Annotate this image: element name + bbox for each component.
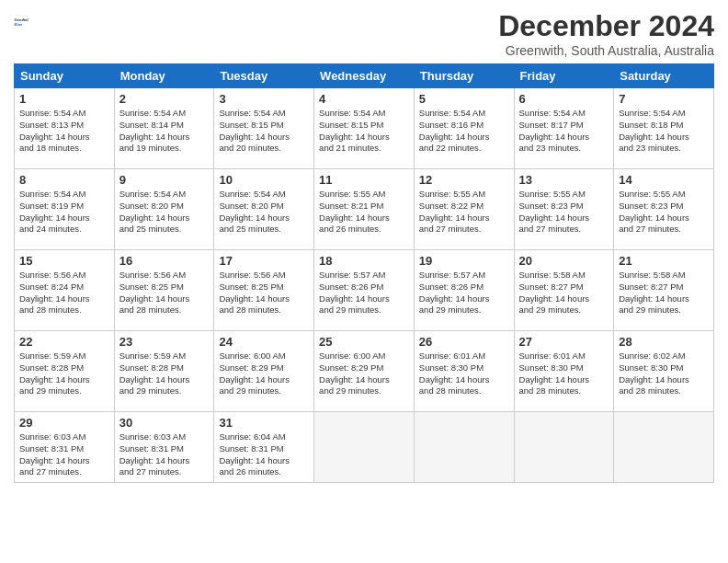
day-info: Sunrise: 5:54 AM Sunset: 8:15 PM Dayligh… bbox=[319, 108, 409, 155]
calendar-cell: 23Sunrise: 5:59 AM Sunset: 8:28 PM Dayli… bbox=[114, 331, 214, 412]
day-info: Sunrise: 5:55 AM Sunset: 8:23 PM Dayligh… bbox=[519, 189, 609, 236]
calendar-cell bbox=[314, 412, 415, 483]
day-info: Sunrise: 5:54 AM Sunset: 8:17 PM Dayligh… bbox=[519, 108, 609, 155]
day-info: Sunrise: 5:57 AM Sunset: 8:26 PM Dayligh… bbox=[419, 270, 509, 316]
header-monday: Monday bbox=[114, 64, 214, 88]
day-info: Sunrise: 5:56 AM Sunset: 8:25 PM Dayligh… bbox=[119, 270, 210, 316]
calendar-cell: 19Sunrise: 5:57 AM Sunset: 8:26 PM Dayli… bbox=[414, 250, 514, 331]
day-info: Sunrise: 6:01 AM Sunset: 8:30 PM Dayligh… bbox=[419, 350, 509, 397]
calendar-cell: 12Sunrise: 5:55 AM Sunset: 8:22 PM Dayli… bbox=[414, 169, 514, 250]
day-info: Sunrise: 5:57 AM Sunset: 8:26 PM Dayligh… bbox=[319, 270, 409, 316]
page-header: General Blue December 2024 Greenwith, So… bbox=[14, 9, 714, 58]
calendar-cell: 21Sunrise: 5:58 AM Sunset: 8:27 PM Dayli… bbox=[614, 250, 714, 331]
header-wednesday: Wednesday bbox=[314, 64, 415, 88]
week-row-3: 15Sunrise: 5:56 AM Sunset: 8:24 PM Dayli… bbox=[15, 250, 714, 331]
day-number: 14 bbox=[619, 173, 709, 187]
weekday-header-row: Sunday Monday Tuesday Wednesday Thursday… bbox=[15, 64, 714, 88]
day-number: 27 bbox=[519, 335, 609, 349]
day-info: Sunrise: 6:02 AM Sunset: 8:30 PM Dayligh… bbox=[619, 350, 709, 397]
day-info: Sunrise: 5:59 AM Sunset: 8:28 PM Dayligh… bbox=[119, 350, 210, 397]
calendar-cell bbox=[414, 412, 514, 483]
title-block: December 2024 Greenwith, South Australia… bbox=[498, 9, 714, 58]
calendar-cell: 31Sunrise: 6:04 AM Sunset: 8:31 PM Dayli… bbox=[214, 412, 314, 483]
day-number: 20 bbox=[519, 254, 609, 268]
day-number: 26 bbox=[419, 335, 509, 349]
day-number: 13 bbox=[519, 173, 609, 187]
day-number: 18 bbox=[319, 254, 409, 268]
day-number: 10 bbox=[219, 173, 309, 187]
calendar-cell: 9Sunrise: 5:54 AM Sunset: 8:20 PM Daylig… bbox=[114, 169, 214, 250]
day-info: Sunrise: 5:56 AM Sunset: 8:24 PM Dayligh… bbox=[19, 270, 109, 316]
calendar-table: Sunday Monday Tuesday Wednesday Thursday… bbox=[14, 63, 714, 483]
week-row-1: 1Sunrise: 5:54 AM Sunset: 8:13 PM Daylig… bbox=[15, 88, 714, 169]
calendar-cell: 11Sunrise: 5:55 AM Sunset: 8:21 PM Dayli… bbox=[314, 169, 415, 250]
day-info: Sunrise: 5:58 AM Sunset: 8:27 PM Dayligh… bbox=[619, 270, 709, 316]
day-number: 24 bbox=[219, 335, 309, 349]
day-number: 25 bbox=[319, 335, 409, 349]
calendar-cell: 2Sunrise: 5:54 AM Sunset: 8:14 PM Daylig… bbox=[114, 88, 214, 169]
day-number: 28 bbox=[619, 335, 709, 349]
calendar-cell: 20Sunrise: 5:58 AM Sunset: 8:27 PM Dayli… bbox=[514, 250, 614, 331]
calendar-cell: 7Sunrise: 5:54 AM Sunset: 8:18 PM Daylig… bbox=[614, 88, 714, 169]
calendar-cell: 5Sunrise: 5:54 AM Sunset: 8:16 PM Daylig… bbox=[414, 88, 514, 169]
day-number: 4 bbox=[319, 92, 409, 106]
header-friday: Friday bbox=[514, 64, 614, 88]
day-number: 16 bbox=[119, 254, 210, 268]
logo-icon: General Blue bbox=[14, 9, 40, 35]
day-info: Sunrise: 5:58 AM Sunset: 8:27 PM Dayligh… bbox=[519, 270, 609, 316]
calendar-cell bbox=[614, 412, 714, 483]
day-number: 11 bbox=[319, 173, 409, 187]
calendar-cell: 27Sunrise: 6:01 AM Sunset: 8:30 PM Dayli… bbox=[514, 331, 614, 412]
subtitle: Greenwith, South Australia, Australia bbox=[498, 43, 714, 58]
calendar-cell: 6Sunrise: 5:54 AM Sunset: 8:17 PM Daylig… bbox=[514, 88, 614, 169]
calendar-cell: 14Sunrise: 5:55 AM Sunset: 8:23 PM Dayli… bbox=[614, 169, 714, 250]
calendar-cell: 22Sunrise: 5:59 AM Sunset: 8:28 PM Dayli… bbox=[15, 331, 115, 412]
calendar-cell: 13Sunrise: 5:55 AM Sunset: 8:23 PM Dayli… bbox=[514, 169, 614, 250]
day-info: Sunrise: 5:54 AM Sunset: 8:20 PM Dayligh… bbox=[119, 189, 210, 236]
calendar-cell: 17Sunrise: 5:56 AM Sunset: 8:25 PM Dayli… bbox=[214, 250, 314, 331]
day-info: Sunrise: 5:54 AM Sunset: 8:13 PM Dayligh… bbox=[19, 108, 109, 155]
week-row-2: 8Sunrise: 5:54 AM Sunset: 8:19 PM Daylig… bbox=[15, 169, 714, 250]
day-info: Sunrise: 6:00 AM Sunset: 8:29 PM Dayligh… bbox=[319, 350, 409, 397]
day-number: 22 bbox=[19, 335, 109, 349]
day-number: 1 bbox=[19, 92, 109, 106]
day-number: 30 bbox=[119, 416, 210, 430]
day-number: 31 bbox=[219, 416, 309, 430]
day-info: Sunrise: 5:54 AM Sunset: 8:18 PM Dayligh… bbox=[619, 108, 709, 155]
calendar-cell: 30Sunrise: 6:03 AM Sunset: 8:31 PM Dayli… bbox=[114, 412, 214, 483]
day-info: Sunrise: 5:54 AM Sunset: 8:15 PM Dayligh… bbox=[219, 108, 309, 155]
day-number: 17 bbox=[219, 254, 309, 268]
calendar-cell: 29Sunrise: 6:03 AM Sunset: 8:31 PM Dayli… bbox=[15, 412, 115, 483]
day-info: Sunrise: 6:01 AM Sunset: 8:30 PM Dayligh… bbox=[519, 350, 609, 397]
week-row-5: 29Sunrise: 6:03 AM Sunset: 8:31 PM Dayli… bbox=[15, 412, 714, 483]
day-info: Sunrise: 5:54 AM Sunset: 8:19 PM Dayligh… bbox=[19, 189, 109, 236]
day-number: 12 bbox=[419, 173, 509, 187]
day-number: 23 bbox=[119, 335, 210, 349]
svg-text:Blue: Blue bbox=[15, 22, 23, 27]
calendar-cell: 24Sunrise: 6:00 AM Sunset: 8:29 PM Dayli… bbox=[214, 331, 314, 412]
day-info: Sunrise: 6:03 AM Sunset: 8:31 PM Dayligh… bbox=[19, 431, 109, 478]
day-info: Sunrise: 5:56 AM Sunset: 8:25 PM Dayligh… bbox=[219, 270, 309, 316]
day-number: 8 bbox=[19, 173, 109, 187]
day-number: 29 bbox=[19, 416, 109, 430]
week-row-4: 22Sunrise: 5:59 AM Sunset: 8:28 PM Dayli… bbox=[15, 331, 714, 412]
day-info: Sunrise: 5:54 AM Sunset: 8:14 PM Dayligh… bbox=[119, 108, 210, 155]
calendar-cell: 25Sunrise: 6:00 AM Sunset: 8:29 PM Dayli… bbox=[314, 331, 415, 412]
calendar-cell bbox=[514, 412, 614, 483]
day-info: Sunrise: 5:55 AM Sunset: 8:21 PM Dayligh… bbox=[319, 189, 409, 236]
day-info: Sunrise: 6:03 AM Sunset: 8:31 PM Dayligh… bbox=[119, 431, 210, 478]
day-number: 9 bbox=[119, 173, 210, 187]
day-number: 7 bbox=[619, 92, 709, 106]
day-info: Sunrise: 6:00 AM Sunset: 8:29 PM Dayligh… bbox=[219, 350, 309, 397]
calendar-cell: 16Sunrise: 5:56 AM Sunset: 8:25 PM Dayli… bbox=[114, 250, 214, 331]
day-number: 15 bbox=[19, 254, 109, 268]
day-number: 6 bbox=[519, 92, 609, 106]
day-number: 5 bbox=[419, 92, 509, 106]
day-number: 2 bbox=[119, 92, 210, 106]
header-thursday: Thursday bbox=[414, 64, 514, 88]
day-info: Sunrise: 5:55 AM Sunset: 8:23 PM Dayligh… bbox=[619, 189, 709, 236]
day-number: 3 bbox=[219, 92, 309, 106]
header-sunday: Sunday bbox=[15, 64, 115, 88]
calendar-cell: 1Sunrise: 5:54 AM Sunset: 8:13 PM Daylig… bbox=[15, 88, 115, 169]
calendar-cell: 15Sunrise: 5:56 AM Sunset: 8:24 PM Dayli… bbox=[15, 250, 115, 331]
